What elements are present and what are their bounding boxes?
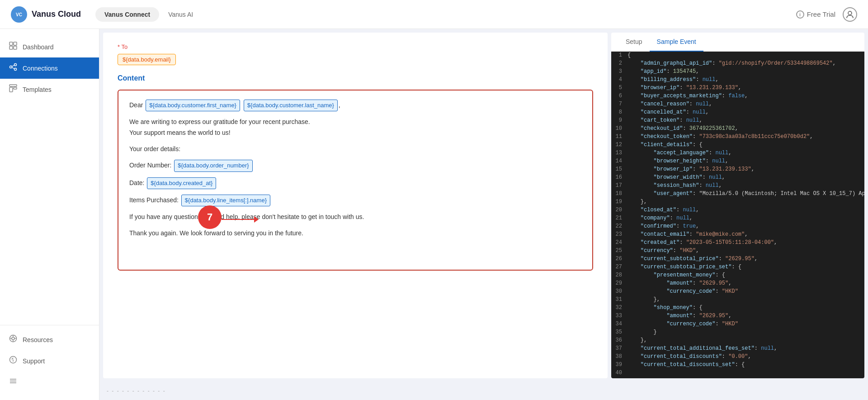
json-line: 35 } [611,329,864,337]
date-tag[interactable]: ${data.body.created_at} [147,177,216,189]
line-number: 37 [611,345,627,353]
email-editor-panel: * To ${data.body.email} Content Dear ${d… [103,33,608,378]
line-number: 9 [611,117,627,125]
last-name-tag[interactable]: ${data.body.customer.last_name} [244,100,338,111]
svg-point-22 [13,361,14,362]
main-content: 7 * To ${data.body.email} Content [99,29,868,400]
line-content: "browser_width": null, [627,174,725,182]
json-line: 17 "session_hash": null, [611,182,864,190]
email-order-details-label: Your order details: [129,144,581,155]
json-line: 3 "app_id": 1354745, [611,68,864,76]
line-number: 24 [611,239,627,247]
line-content: "billing_address": null, [627,76,719,84]
svg-rect-3 [9,42,13,45]
email-date-line: Date: ${data.body.created_at} [129,177,581,189]
tab-setup[interactable]: Setup [618,33,650,52]
line-number: 30 [611,288,627,296]
email-body-box[interactable]: Dear ${data.body.customer.first_name} ${… [118,90,593,271]
line-number: 29 [611,280,627,288]
sidebar-item-dashboard[interactable]: Dashboard [0,36,99,57]
sidebar-item-connections[interactable]: Connections [0,57,99,79]
line-number: 31 [611,296,627,304]
line-content: "current_total_additional_fees_set": nul… [627,345,777,353]
user-avatar[interactable] [843,7,857,22]
json-line: 40 [611,369,864,377]
json-line: 26 "current_subtotal_price": "2629.95", [611,255,864,263]
json-line: 19 }, [611,198,864,206]
json-line: 39 "current_total_discounts_set": { [611,361,864,369]
line-content: "cancel_reason": null, [627,100,712,109]
line-content: "current_subtotal_price_set": { [627,263,741,271]
line-content: "currency": "HKD", [627,247,699,255]
svg-rect-14 [14,87,17,89]
json-line: 13 "accept_language": null, [611,149,864,157]
line-number: 18 [611,190,627,198]
app-name: Vanus Cloud [32,10,81,19]
to-label: * To [118,43,593,50]
json-line: 5 "browser_ip": "13.231.239.133", [611,84,864,92]
svg-rect-4 [14,42,17,45]
json-line: 8 "cancelled_at": null, [611,109,864,117]
free-trial-button[interactable]: i Free Trial [796,10,835,19]
sidebar-item-support[interactable]: Support [0,350,99,371]
nav-right: i Free Trial [796,7,857,22]
to-tag[interactable]: ${data.body.email} [118,54,176,65]
step-badge: 7 [198,205,222,229]
line-number: 22 [611,223,627,231]
line-number: 12 [611,141,627,149]
content-area: * To ${data.body.email} Content Dear ${d… [99,29,868,382]
json-line: 10 "checkout_id": 36749225361702, [611,125,864,133]
line-number: 19 [611,198,627,206]
bottom-area: - - - - - - - - - - - - [99,382,868,400]
line-content: "amount": "2629.95", [627,312,731,320]
sidebar-item-menu[interactable] [0,371,99,393]
first-name-tag[interactable]: ${data.body.customer.first_name} [146,100,240,111]
svg-point-2 [848,11,852,15]
line-content: "created_at": "2023-05-15T05:11:28-04:00… [627,239,777,247]
line-content: "admin_graphql_api_id": "gid://shopify/O… [627,60,836,68]
line-number: 4 [611,76,627,84]
sidebar-item-templates[interactable]: Templates [0,79,99,100]
resources-icon [9,334,17,345]
line-content: }, [627,296,660,304]
json-line: 22 "confirmed": true, [611,223,864,231]
tab-sample-event[interactable]: Sample Event [650,33,703,52]
sidebar-item-resources[interactable]: Resources [0,329,99,350]
line-content: "client_details": { [627,141,703,149]
sidebar-item-label: Templates [23,86,52,93]
json-line: 32 "shop_money": { [611,304,864,312]
line-number: 34 [611,320,627,329]
logo-icon: VC [11,6,27,23]
svg-rect-13 [9,87,13,92]
json-line: 27 "current_subtotal_price_set": { [611,263,864,271]
line-content: "browser_height": null, [627,157,728,166]
line-content: "contact_email": "mike@mike.com", [627,231,748,239]
json-line: 25 "currency": "HKD", [611,247,864,255]
line-number: 38 [611,353,627,361]
line-number: 14 [611,157,627,166]
line-content: }, [627,198,647,206]
line-content: "current_total_discounts_set": { [627,361,745,369]
line-content: "closed_at": null, [627,206,699,214]
line-content: "checkout_token": "733c98c3aa03a7c8b11cc… [627,133,813,141]
json-line: 16 "browser_width": null, [611,174,864,182]
email-para4: Thank you again. We look forward to serv… [129,228,581,239]
line-number: 35 [611,329,627,337]
line-content: "session_hash": null, [627,182,722,190]
content-label: Content [118,74,593,82]
json-line: 36 }, [611,337,864,345]
svg-point-16 [12,337,14,340]
line-number: 26 [611,255,627,263]
items-tag[interactable]: ${data.body.line_items[:].name} [181,195,270,206]
vanus-ai-nav[interactable]: Vanus AI [159,7,202,22]
json-line: 30 "currency_code": "HKD" [611,288,864,296]
json-content[interactable]: 1{2 "admin_graphql_api_id": "gid://shopi… [611,52,864,378]
line-content: "amount": "2629.95", [627,280,731,288]
json-line: 9 "cart_token": null, [611,117,864,125]
order-number-tag[interactable]: ${data.body.order_number} [174,160,252,171]
line-content: "presentment_money": { [627,271,725,280]
dashboard-icon [9,42,17,52]
line-number: 23 [611,231,627,239]
vanus-connect-nav[interactable]: Vanus Connect [95,7,159,22]
line-number: 28 [611,271,627,280]
